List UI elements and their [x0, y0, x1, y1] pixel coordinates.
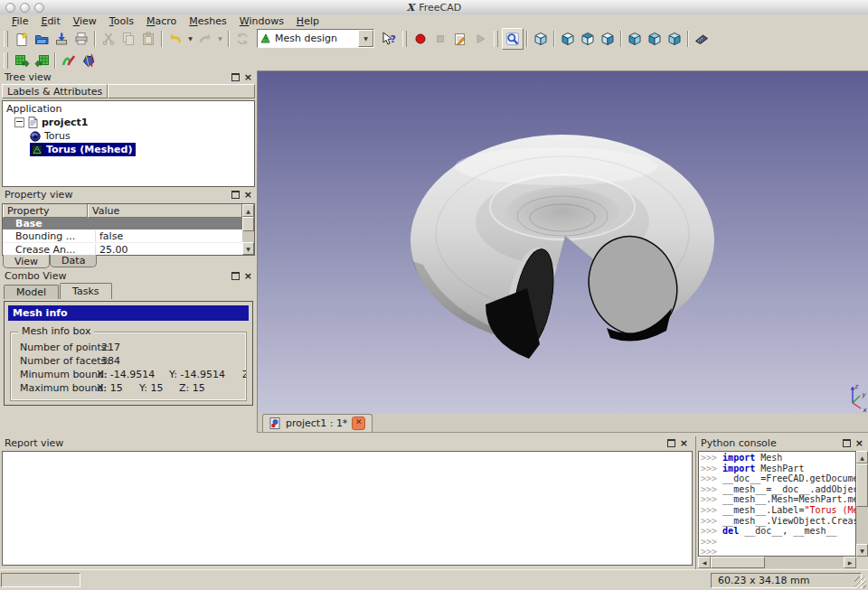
console-horizontal-scrollbar[interactable]: ◀ ▶	[698, 557, 856, 568]
undo-dropdown-arrow[interactable]: ▼	[185, 29, 195, 49]
close-tab-icon[interactable]: ✕	[352, 417, 365, 430]
tree-view-title-bar[interactable]: Tree view ×	[0, 70, 257, 84]
tree-item-application[interactable]: Application	[3, 102, 254, 116]
copy-button[interactable]	[118, 29, 138, 49]
view-right-button[interactable]	[598, 29, 618, 49]
view-top-button[interactable]	[578, 29, 598, 49]
close-panel-icon[interactable]: ×	[244, 191, 252, 199]
menu-edit[interactable]: Edit	[34, 15, 66, 27]
collapse-icon[interactable]	[14, 117, 24, 127]
minimize-window-button[interactable]	[20, 3, 30, 13]
scrollbar-thumb[interactable]	[242, 217, 254, 231]
scroll-up-icon[interactable]: ▲	[856, 451, 868, 464]
workbench-dropdown-button[interactable]: ▼	[358, 30, 373, 47]
float-panel-icon[interactable]	[231, 272, 240, 280]
tree-item-project[interactable]: project1	[3, 116, 254, 129]
column-value[interactable]: Value	[88, 203, 242, 218]
property-group-base[interactable]: Base	[3, 217, 242, 229]
property-value[interactable]: false	[96, 230, 242, 242]
workbench-selector[interactable]: Mesh design ▼	[257, 29, 374, 48]
property-scrollbar[interactable]: ▲ ▼	[242, 204, 254, 255]
property-row-bounding[interactable]: Bounding ... false	[3, 229, 242, 243]
macro-edit-button[interactable]	[450, 29, 470, 49]
scroll-left-icon[interactable]: ◀	[698, 557, 711, 568]
column-property[interactable]: Property	[3, 203, 88, 218]
tab-tasks[interactable]: Tasks	[60, 283, 111, 299]
scroll-down-icon[interactable]: ▼	[856, 544, 868, 557]
selected-tree-item[interactable]: Torus (Meshed)	[30, 143, 136, 156]
macro-play-button[interactable]	[470, 29, 490, 49]
close-window-button[interactable]	[5, 3, 15, 13]
print-button[interactable]	[71, 29, 91, 49]
console-vertical-scrollbar[interactable]: ▲ ▼	[856, 451, 868, 557]
menu-tools[interactable]: Tools	[103, 15, 140, 27]
menu-meshes[interactable]: Meshes	[183, 15, 232, 27]
float-panel-icon[interactable]	[231, 73, 240, 81]
report-view-output[interactable]	[2, 451, 693, 566]
close-panel-icon[interactable]: ×	[855, 439, 863, 447]
tree-header-labels[interactable]: Labels & Attributes	[2, 84, 108, 98]
tab-data[interactable]: Data	[50, 255, 97, 267]
scroll-down-icon[interactable]: ▼	[242, 242, 254, 255]
view-rear-button[interactable]	[625, 29, 645, 49]
mesh-import-button[interactable]	[12, 51, 32, 70]
scrollbar-thumb[interactable]	[711, 557, 765, 568]
python-console-title-bar[interactable]: Python console ×	[696, 436, 868, 450]
property-row-crease[interactable]: Crease An... 25.00	[3, 243, 242, 256]
mesh-polygon-cut-button[interactable]	[79, 51, 99, 70]
toolbar-handle[interactable]	[494, 31, 498, 47]
tree-list[interactable]: Application project1 Torus Torus (Meshed…	[2, 100, 255, 187]
whats-this-button[interactable]: ?	[379, 29, 399, 49]
python-console-input[interactable]: >>> import Mesh >>> import MeshPart >>> …	[698, 451, 856, 557]
close-panel-icon[interactable]: ×	[244, 272, 252, 280]
tab-view[interactable]: View	[3, 255, 50, 268]
title-bar[interactable]: X FreeCAD	[0, 0, 868, 15]
document-tab[interactable]: project1 : 1* ✕	[262, 414, 373, 432]
report-view-title-bar[interactable]: Report view ×	[0, 436, 694, 450]
close-panel-icon[interactable]: ×	[680, 439, 688, 447]
menu-view[interactable]: View	[67, 15, 103, 27]
tree-item-torus[interactable]: Torus	[3, 129, 254, 143]
new-document-button[interactable]	[12, 29, 32, 49]
measure-distance-button[interactable]	[692, 29, 712, 49]
resize-grip[interactable]	[854, 576, 866, 588]
scroll-up-icon[interactable]: ▲	[242, 204, 254, 217]
toolbar-handle[interactable]	[4, 31, 8, 47]
view-front-button[interactable]	[558, 29, 578, 49]
view-fit-all-button[interactable]	[502, 28, 524, 50]
toolbar-handle[interactable]	[4, 52, 8, 69]
menu-macro[interactable]: Macro	[140, 15, 183, 27]
view-axonometric-button[interactable]	[531, 29, 551, 49]
tab-model[interactable]: Model	[4, 285, 59, 299]
float-panel-icon[interactable]	[231, 191, 240, 199]
float-panel-icon[interactable]	[667, 439, 675, 447]
view-left-button[interactable]	[665, 29, 684, 49]
mesh-curvature-button[interactable]	[59, 51, 79, 70]
menu-file[interactable]: File	[5, 15, 34, 27]
zoom-window-button[interactable]	[34, 3, 44, 13]
tree-item-torus-meshed[interactable]: Torus (Meshed)	[3, 143, 254, 156]
viewport-3d[interactable]: z y x	[257, 70, 868, 415]
scrollbar-thumb[interactable]	[856, 464, 868, 507]
combo-view-title-bar[interactable]: Combo View ×	[0, 269, 257, 283]
macro-stop-button[interactable]	[430, 29, 450, 49]
menu-windows[interactable]: Windows	[233, 15, 290, 27]
float-panel-icon[interactable]	[843, 439, 851, 447]
macro-record-button[interactable]	[410, 29, 430, 49]
menu-help[interactable]: Help	[290, 15, 326, 27]
toolbar-handle[interactable]	[402, 31, 407, 47]
mesh-export-button[interactable]	[32, 51, 52, 70]
refresh-button[interactable]	[232, 29, 252, 49]
open-document-button[interactable]	[32, 29, 52, 49]
cut-button[interactable]	[99, 29, 118, 49]
redo-button[interactable]	[195, 29, 215, 49]
close-panel-icon[interactable]: ×	[244, 73, 252, 81]
scroll-right-icon[interactable]: ▶	[844, 557, 856, 568]
view-bottom-button[interactable]	[645, 29, 665, 49]
redo-dropdown-arrow[interactable]: ▼	[215, 29, 225, 49]
property-view-title-bar[interactable]: Property view ×	[0, 188, 257, 201]
paste-button[interactable]	[138, 29, 158, 49]
undo-button[interactable]	[165, 29, 185, 49]
property-value[interactable]: 25.00	[96, 244, 242, 256]
save-document-button[interactable]	[52, 29, 71, 49]
